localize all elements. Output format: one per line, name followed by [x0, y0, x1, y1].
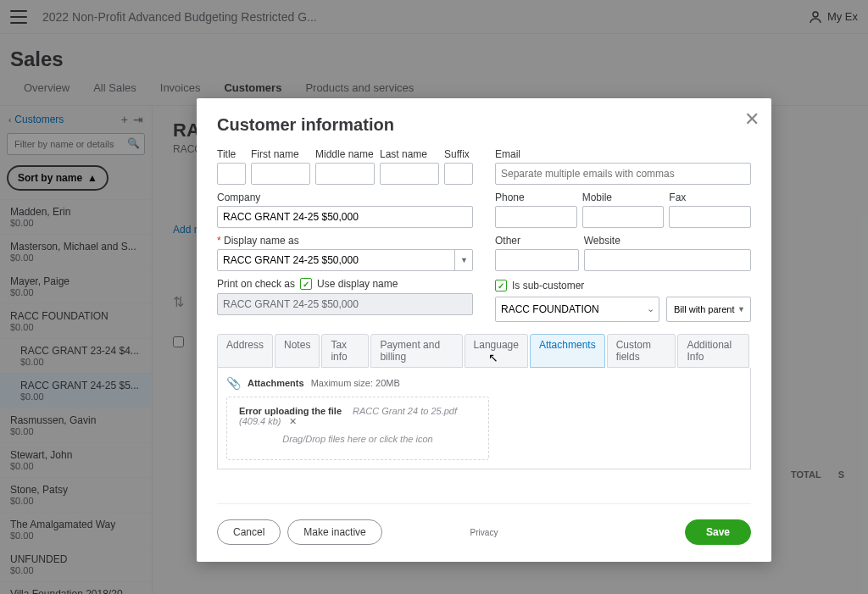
tab-tax-info[interactable]: Tax info: [321, 334, 369, 368]
tab-language[interactable]: Language: [465, 334, 528, 368]
print-on-check-input: [217, 293, 473, 315]
use-display-checkbox[interactable]: ✓: [300, 278, 312, 290]
make-inactive-button[interactable]: Make inactive: [287, 519, 381, 545]
is-sub-customer-checkbox[interactable]: ✓: [495, 280, 507, 291]
phone-input[interactable]: [495, 206, 577, 228]
fax-input[interactable]: [669, 206, 751, 228]
upload-error-text: Error uploading the file: [239, 406, 342, 416]
paperclip-icon[interactable]: 📎: [226, 376, 241, 390]
drop-hint: Drag/Drop files here or click the icon: [239, 434, 476, 444]
first-name-input[interactable]: [251, 163, 310, 185]
title-input[interactable]: [217, 163, 246, 185]
customer-info-modal: Customer information ✕ Title First name …: [197, 98, 771, 562]
cancel-button[interactable]: Cancel: [217, 519, 281, 545]
suffix-input[interactable]: [444, 163, 473, 185]
save-button[interactable]: Save: [685, 519, 751, 545]
company-input[interactable]: [217, 206, 473, 228]
email-input[interactable]: [495, 163, 751, 185]
tab-address[interactable]: Address: [217, 334, 273, 368]
attachment-drop-zone[interactable]: Error uploading the file RACC Grant 24 t…: [226, 397, 489, 460]
other-input[interactable]: [495, 249, 579, 271]
parent-customer-select[interactable]: [495, 297, 659, 322]
website-input[interactable]: [584, 249, 751, 271]
tab-payment-and-billing[interactable]: Payment and billing: [370, 334, 462, 368]
tab-custom-fields[interactable]: Custom fields: [607, 334, 676, 368]
mobile-input[interactable]: [582, 206, 665, 228]
tab-attachments[interactable]: Attachments: [530, 334, 605, 368]
tab-additional-info[interactable]: Additional Info: [677, 334, 749, 368]
tab-notes[interactable]: Notes: [275, 334, 320, 368]
display-name-select[interactable]: [217, 249, 473, 271]
bill-with-select[interactable]: Bill with parent ▼: [666, 297, 751, 322]
middle-name-input[interactable]: [315, 163, 375, 185]
close-icon[interactable]: ✕: [744, 108, 760, 130]
privacy-link[interactable]: Privacy: [470, 528, 498, 537]
remove-attachment-icon[interactable]: ✕: [289, 416, 297, 426]
chevron-down-icon[interactable]: ⌄: [647, 303, 654, 314]
chevron-down-icon[interactable]: ▼: [454, 249, 473, 271]
modal-title: Customer information: [217, 115, 751, 135]
last-name-input[interactable]: [380, 163, 439, 185]
chevron-down-icon: ▼: [737, 305, 745, 314]
